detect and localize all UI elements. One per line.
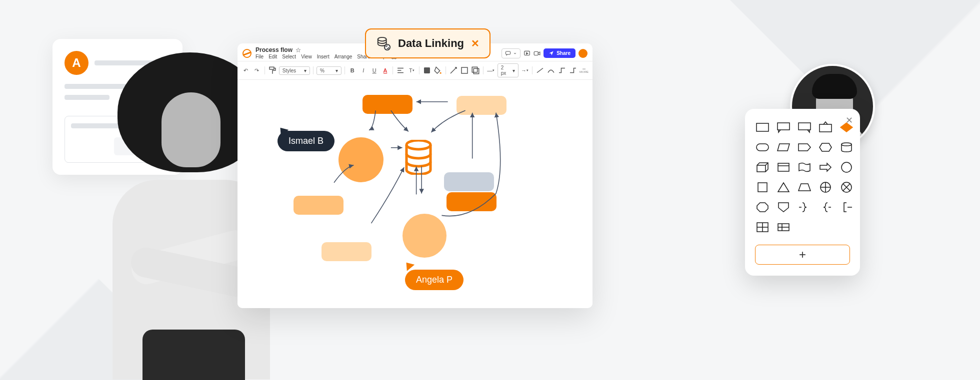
line-curve-icon[interactable] <box>546 66 556 75</box>
flowchart-circle-1[interactable] <box>338 137 384 182</box>
svg-rect-5 <box>270 67 274 69</box>
more-tools-button[interactable]: •••MORE <box>580 67 588 73</box>
svg-rect-17 <box>820 124 832 132</box>
diagram-canvas[interactable]: Ismael B Angela P <box>238 80 592 308</box>
zoom-dropdown[interactable]: %▾ <box>316 66 342 75</box>
shape-callout-right[interactable] <box>797 121 812 134</box>
svg-point-12 <box>378 37 386 41</box>
shape-shield[interactable] <box>776 201 791 214</box>
share-plane-icon <box>548 50 554 56</box>
line-end-dropdown[interactable]: →▾ <box>520 66 530 75</box>
flowchart-rect-4[interactable] <box>446 192 496 211</box>
flowchart-circle-2[interactable] <box>402 214 446 258</box>
flowchart-rect-1[interactable] <box>362 95 412 114</box>
shape-arrow[interactable] <box>818 161 833 174</box>
shape-table-4[interactable] <box>755 221 770 234</box>
document-title[interactable]: Process flow <box>256 46 292 53</box>
diagram-app-window: Process flow File Edit Select View Inser… <box>238 43 592 308</box>
shape-hexagon[interactable] <box>818 141 833 154</box>
shape-cube[interactable] <box>755 161 770 174</box>
chevron-down-icon <box>513 51 517 55</box>
svg-rect-6 <box>424 67 430 73</box>
shape-cylinder[interactable] <box>839 141 854 154</box>
menu-select[interactable]: Select <box>282 54 296 60</box>
svg-rect-8 <box>462 67 468 73</box>
shape-close-brace[interactable] <box>797 201 812 214</box>
flowchart-rect-3[interactable] <box>444 172 494 191</box>
border-style-icon[interactable] <box>460 66 469 75</box>
flowchart-rect-5[interactable] <box>294 196 344 215</box>
share-button[interactable]: Share <box>544 48 576 58</box>
add-shape-button[interactable]: + <box>755 245 850 265</box>
menu-arrange[interactable]: Arrange <box>334 54 352 60</box>
shapes-panel: ✕ + <box>745 109 860 276</box>
line-start-dropdown[interactable]: —▾ <box>486 66 496 75</box>
svg-rect-14 <box>756 123 768 131</box>
line-color-icon[interactable] <box>449 66 458 75</box>
shape-octagon[interactable] <box>755 201 770 214</box>
svg-point-13 <box>384 44 390 50</box>
shape-square[interactable] <box>755 181 770 194</box>
italic-button[interactable]: I <box>359 66 368 75</box>
svg-rect-4 <box>534 51 538 55</box>
shape-window[interactable] <box>776 161 791 174</box>
data-linking-close-button[interactable]: ✕ <box>471 37 480 49</box>
flowchart-rect-2[interactable] <box>456 96 506 115</box>
shape-callout-top[interactable] <box>818 121 833 134</box>
paint-format-icon[interactable] <box>268 66 277 75</box>
shape-flag[interactable] <box>797 161 812 174</box>
star-icon[interactable] <box>296 47 301 53</box>
menu-insert[interactable]: Insert <box>317 54 330 60</box>
text-size-button[interactable]: T▾ <box>407 66 416 75</box>
svg-rect-18 <box>756 144 768 151</box>
svg-point-21 <box>842 162 852 172</box>
shape-open-brace[interactable] <box>818 201 833 214</box>
shape-bracket-open[interactable] <box>839 201 854 214</box>
text-color-button[interactable]: A <box>381 66 390 75</box>
share-label: Share <box>556 50 570 56</box>
underline-button[interactable]: U <box>370 66 379 75</box>
database-shape[interactable] <box>404 140 432 175</box>
comments-toggle[interactable] <box>502 48 520 58</box>
fill-color-button[interactable] <box>422 66 432 75</box>
menu-view[interactable]: View <box>301 54 312 60</box>
svg-rect-10 <box>474 68 478 73</box>
shape-circle[interactable] <box>839 161 854 174</box>
shape-pentagon[interactable] <box>797 141 812 154</box>
shape-rounded-rect[interactable] <box>755 141 770 154</box>
shapes-grid <box>755 121 850 234</box>
shadow-icon[interactable] <box>471 66 480 75</box>
menu-file[interactable]: File <box>256 54 264 60</box>
svg-rect-16 <box>798 123 810 130</box>
shape-trapezoid[interactable] <box>797 181 812 194</box>
shape-x-circle[interactable] <box>839 181 854 194</box>
shapes-panel-close-button[interactable]: ✕ <box>846 115 853 126</box>
shape-triangle[interactable] <box>776 181 791 194</box>
presentation-icon[interactable] <box>524 50 530 57</box>
line-width-dropdown[interactable]: 2 px▾ <box>498 63 518 77</box>
collaborator-chip-ismael: Ismael B <box>278 131 334 151</box>
menu-edit[interactable]: Edit <box>268 54 277 60</box>
data-linking-label: Data Linking <box>398 37 464 50</box>
shape-rectangle[interactable] <box>755 121 770 134</box>
shape-cross-circle[interactable] <box>818 181 833 194</box>
bold-button[interactable]: B <box>348 66 357 75</box>
data-linking-banner[interactable]: Data Linking ✕ <box>365 28 490 58</box>
line-style-icon[interactable] <box>536 66 544 75</box>
flowchart-rect-6[interactable] <box>322 242 372 261</box>
video-icon[interactable] <box>534 50 540 57</box>
svg-rect-15 <box>778 123 790 130</box>
shape-callout-left[interactable] <box>776 121 791 134</box>
redo-button[interactable]: ↷ <box>252 66 262 75</box>
shape-parallelogram[interactable] <box>776 141 791 154</box>
shape-table-2[interactable] <box>776 221 791 234</box>
bucket-fill-icon[interactable] <box>434 66 442 75</box>
line-elbow-icon[interactable] <box>568 66 578 75</box>
current-user-avatar[interactable] <box>578 49 588 58</box>
svg-rect-9 <box>472 67 477 72</box>
line-step-icon[interactable] <box>558 66 566 75</box>
database-link-icon <box>376 36 391 51</box>
styles-dropdown[interactable]: Styles▾ <box>279 66 310 75</box>
align-button[interactable] <box>396 66 405 75</box>
undo-button[interactable]: ↶ <box>242 66 250 75</box>
